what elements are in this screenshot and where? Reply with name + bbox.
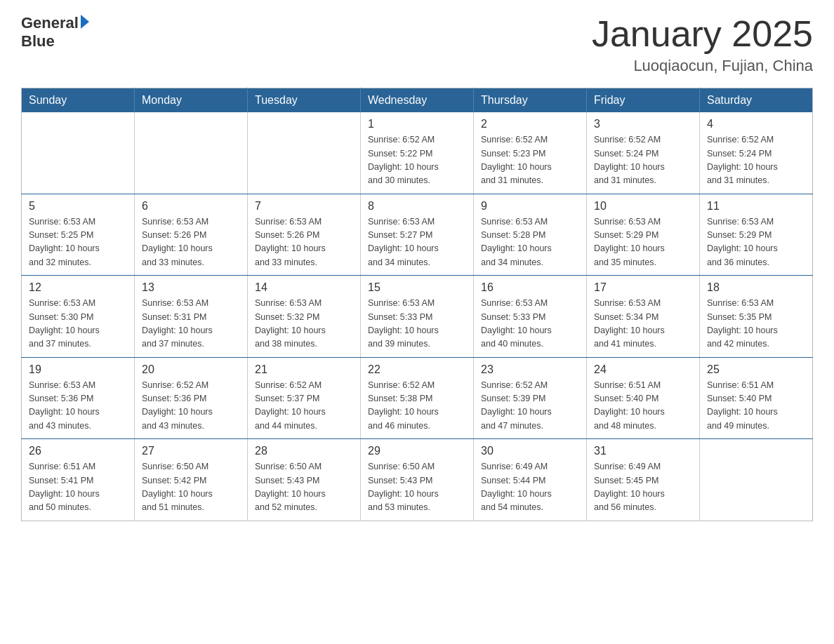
day-number: 24 bbox=[594, 363, 692, 376]
weekday-header-monday: Monday bbox=[135, 88, 248, 113]
day-info: Sunrise: 6:52 AM Sunset: 5:38 PM Dayligh… bbox=[368, 379, 466, 434]
day-number: 23 bbox=[481, 363, 579, 376]
day-info: Sunrise: 6:53 AM Sunset: 5:25 PM Dayligh… bbox=[29, 215, 127, 270]
month-title: January 2025 bbox=[592, 14, 813, 54]
calendar-cell: 12Sunrise: 6:53 AM Sunset: 5:30 PM Dayli… bbox=[22, 276, 135, 358]
day-info: Sunrise: 6:53 AM Sunset: 5:34 PM Dayligh… bbox=[594, 297, 692, 351]
day-info: Sunrise: 6:50 AM Sunset: 5:43 PM Dayligh… bbox=[368, 460, 466, 515]
calendar-cell: 26Sunrise: 6:51 AM Sunset: 5:41 PM Dayli… bbox=[22, 439, 135, 521]
day-info: Sunrise: 6:50 AM Sunset: 5:43 PM Dayligh… bbox=[255, 460, 353, 515]
day-number: 3 bbox=[594, 118, 692, 130]
day-number: 9 bbox=[481, 200, 579, 213]
logo-arrow-icon bbox=[81, 15, 89, 29]
calendar-cell bbox=[22, 112, 135, 194]
day-info: Sunrise: 6:52 AM Sunset: 5:24 PM Dayligh… bbox=[594, 133, 692, 188]
day-info: Sunrise: 6:52 AM Sunset: 5:37 PM Dayligh… bbox=[255, 379, 353, 434]
calendar-table: SundayMondayTuesdayWednesdayThursdayFrid… bbox=[21, 88, 813, 521]
day-info: Sunrise: 6:53 AM Sunset: 5:31 PM Dayligh… bbox=[142, 297, 240, 351]
day-info: Sunrise: 6:53 AM Sunset: 5:27 PM Dayligh… bbox=[368, 215, 466, 270]
calendar-cell: 25Sunrise: 6:51 AM Sunset: 5:40 PM Dayli… bbox=[700, 357, 813, 439]
day-info: Sunrise: 6:52 AM Sunset: 5:22 PM Dayligh… bbox=[368, 133, 466, 188]
weekday-header-sunday: Sunday bbox=[22, 88, 135, 113]
calendar-cell: 14Sunrise: 6:53 AM Sunset: 5:32 PM Dayli… bbox=[248, 276, 361, 358]
calendar-week-4: 19Sunrise: 6:53 AM Sunset: 5:36 PM Dayli… bbox=[22, 357, 813, 439]
day-info: Sunrise: 6:49 AM Sunset: 5:44 PM Dayligh… bbox=[481, 460, 579, 515]
day-info: Sunrise: 6:50 AM Sunset: 5:42 PM Dayligh… bbox=[142, 460, 240, 515]
calendar-cell: 1Sunrise: 6:52 AM Sunset: 5:22 PM Daylig… bbox=[361, 112, 474, 194]
logo: General Blue bbox=[21, 14, 89, 51]
day-info: Sunrise: 6:53 AM Sunset: 5:29 PM Dayligh… bbox=[707, 215, 805, 270]
calendar-cell: 5Sunrise: 6:53 AM Sunset: 5:25 PM Daylig… bbox=[22, 194, 135, 276]
day-number: 6 bbox=[142, 200, 240, 213]
calendar-cell: 31Sunrise: 6:49 AM Sunset: 5:45 PM Dayli… bbox=[587, 439, 700, 521]
calendar-cell bbox=[700, 439, 813, 521]
weekday-header-tuesday: Tuesday bbox=[248, 88, 361, 113]
day-number: 4 bbox=[707, 118, 805, 130]
calendar-cell: 17Sunrise: 6:53 AM Sunset: 5:34 PM Dayli… bbox=[587, 276, 700, 358]
day-number: 1 bbox=[368, 118, 466, 130]
calendar-week-1: 1Sunrise: 6:52 AM Sunset: 5:22 PM Daylig… bbox=[22, 112, 813, 194]
day-number: 30 bbox=[481, 445, 579, 457]
calendar-cell: 6Sunrise: 6:53 AM Sunset: 5:26 PM Daylig… bbox=[135, 194, 248, 276]
title-block: January 2025 Luoqiaocun, Fujian, China bbox=[592, 14, 813, 75]
day-number: 13 bbox=[142, 281, 240, 294]
day-number: 7 bbox=[255, 200, 353, 213]
day-number: 18 bbox=[707, 281, 805, 294]
day-number: 8 bbox=[368, 200, 466, 213]
calendar-cell: 15Sunrise: 6:53 AM Sunset: 5:33 PM Dayli… bbox=[361, 276, 474, 358]
day-info: Sunrise: 6:52 AM Sunset: 5:39 PM Dayligh… bbox=[481, 379, 579, 434]
calendar-cell: 4Sunrise: 6:52 AM Sunset: 5:24 PM Daylig… bbox=[700, 112, 813, 194]
calendar-cell: 27Sunrise: 6:50 AM Sunset: 5:42 PM Dayli… bbox=[135, 439, 248, 521]
day-info: Sunrise: 6:51 AM Sunset: 5:40 PM Dayligh… bbox=[707, 379, 805, 434]
calendar-cell: 30Sunrise: 6:49 AM Sunset: 5:44 PM Dayli… bbox=[474, 439, 587, 521]
day-info: Sunrise: 6:53 AM Sunset: 5:32 PM Dayligh… bbox=[255, 297, 353, 351]
calendar-cell bbox=[248, 112, 361, 194]
day-info: Sunrise: 6:53 AM Sunset: 5:35 PM Dayligh… bbox=[707, 297, 805, 351]
page-header: General Blue January 2025 Luoqiaocun, Fu… bbox=[21, 14, 813, 75]
day-number: 21 bbox=[255, 363, 353, 376]
calendar-cell: 28Sunrise: 6:50 AM Sunset: 5:43 PM Dayli… bbox=[248, 439, 361, 521]
day-number: 10 bbox=[594, 200, 692, 213]
calendar-cell: 8Sunrise: 6:53 AM Sunset: 5:27 PM Daylig… bbox=[361, 194, 474, 276]
day-number: 26 bbox=[29, 445, 127, 457]
day-info: Sunrise: 6:52 AM Sunset: 5:23 PM Dayligh… bbox=[481, 133, 579, 188]
day-number: 29 bbox=[368, 445, 466, 457]
calendar-cell: 29Sunrise: 6:50 AM Sunset: 5:43 PM Dayli… bbox=[361, 439, 474, 521]
logo-general-text: General bbox=[21, 14, 79, 32]
day-number: 27 bbox=[142, 445, 240, 457]
day-number: 14 bbox=[255, 281, 353, 294]
calendar-cell: 19Sunrise: 6:53 AM Sunset: 5:36 PM Dayli… bbox=[22, 357, 135, 439]
location-text: Luoqiaocun, Fujian, China bbox=[592, 57, 813, 75]
day-number: 5 bbox=[29, 200, 127, 213]
day-info: Sunrise: 6:53 AM Sunset: 5:33 PM Dayligh… bbox=[481, 297, 579, 351]
calendar-cell: 21Sunrise: 6:52 AM Sunset: 5:37 PM Dayli… bbox=[248, 357, 361, 439]
calendar-cell: 20Sunrise: 6:52 AM Sunset: 5:36 PM Dayli… bbox=[135, 357, 248, 439]
day-info: Sunrise: 6:53 AM Sunset: 5:33 PM Dayligh… bbox=[368, 297, 466, 351]
day-number: 28 bbox=[255, 445, 353, 457]
day-number: 20 bbox=[142, 363, 240, 376]
calendar-cell: 3Sunrise: 6:52 AM Sunset: 5:24 PM Daylig… bbox=[587, 112, 700, 194]
day-info: Sunrise: 6:53 AM Sunset: 5:26 PM Dayligh… bbox=[255, 215, 353, 270]
calendar-cell: 2Sunrise: 6:52 AM Sunset: 5:23 PM Daylig… bbox=[474, 112, 587, 194]
day-number: 22 bbox=[368, 363, 466, 376]
day-info: Sunrise: 6:51 AM Sunset: 5:40 PM Dayligh… bbox=[594, 379, 692, 434]
calendar-cell: 13Sunrise: 6:53 AM Sunset: 5:31 PM Dayli… bbox=[135, 276, 248, 358]
calendar-cell: 18Sunrise: 6:53 AM Sunset: 5:35 PM Dayli… bbox=[700, 276, 813, 358]
calendar-cell: 10Sunrise: 6:53 AM Sunset: 5:29 PM Dayli… bbox=[587, 194, 700, 276]
weekday-header-saturday: Saturday bbox=[700, 88, 813, 113]
calendar-week-3: 12Sunrise: 6:53 AM Sunset: 5:30 PM Dayli… bbox=[22, 276, 813, 358]
calendar-cell: 22Sunrise: 6:52 AM Sunset: 5:38 PM Dayli… bbox=[361, 357, 474, 439]
logo-blue-text: Blue bbox=[21, 32, 89, 51]
day-info: Sunrise: 6:53 AM Sunset: 5:26 PM Dayligh… bbox=[142, 215, 240, 270]
weekday-header-thursday: Thursday bbox=[474, 88, 587, 113]
calendar-week-5: 26Sunrise: 6:51 AM Sunset: 5:41 PM Dayli… bbox=[22, 439, 813, 521]
day-info: Sunrise: 6:52 AM Sunset: 5:24 PM Dayligh… bbox=[707, 133, 805, 188]
day-number: 25 bbox=[707, 363, 805, 376]
day-number: 15 bbox=[368, 281, 466, 294]
calendar-cell: 11Sunrise: 6:53 AM Sunset: 5:29 PM Dayli… bbox=[700, 194, 813, 276]
day-info: Sunrise: 6:53 AM Sunset: 5:36 PM Dayligh… bbox=[29, 379, 127, 434]
calendar-week-2: 5Sunrise: 6:53 AM Sunset: 5:25 PM Daylig… bbox=[22, 194, 813, 276]
day-number: 2 bbox=[481, 118, 579, 130]
calendar-cell: 23Sunrise: 6:52 AM Sunset: 5:39 PM Dayli… bbox=[474, 357, 587, 439]
day-info: Sunrise: 6:52 AM Sunset: 5:36 PM Dayligh… bbox=[142, 379, 240, 434]
